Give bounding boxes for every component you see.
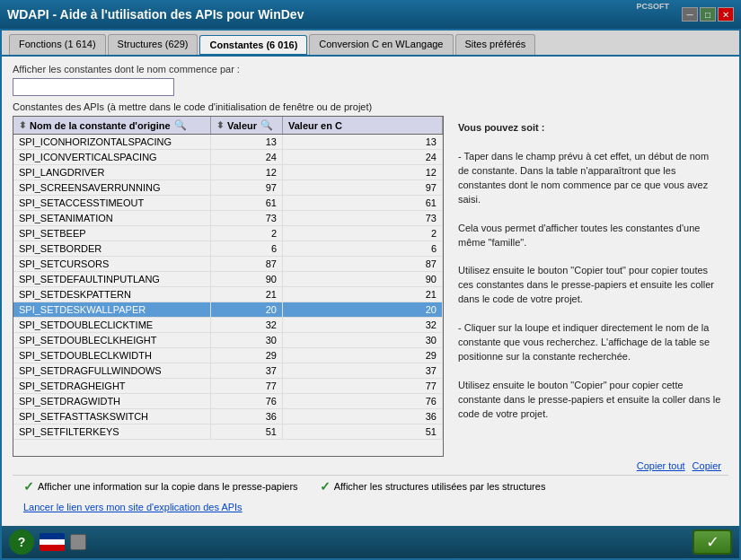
help-text-1: - Taper dans le champ prévu à cet effet,… (458, 151, 709, 205)
cell-value: 29 (211, 348, 283, 363)
flag-white (40, 539, 65, 546)
table-row[interactable]: SPI_SETDEFAULTINPUTLANG 90 90 (13, 272, 443, 287)
cell-value: 21 (211, 287, 283, 302)
cell-value: 20 (211, 302, 283, 317)
table-scroll[interactable]: SPI_ICONHORIZONTALSPACING 13 13 SPI_ICON… (13, 135, 443, 456)
cell-valuec: 77 (283, 379, 443, 393)
cell-name: SPI_SETDRAGWIDTH (13, 394, 211, 408)
cell-name: SPI_SETDOUBLECLKWIDTH (13, 348, 211, 363)
table-row[interactable]: SPI_SETBEEP 2 2 (13, 226, 443, 241)
table-row[interactable]: SPI_SETDOUBLECLICKTIME 32 32 (13, 318, 443, 333)
cell-value: 24 (211, 150, 283, 164)
checkbox-1-check[interactable]: ✓ (23, 479, 34, 494)
tab-structures[interactable]: Structures (629) (108, 34, 198, 55)
main-window: Fonctions (1 614) Structures (629) Const… (0, 29, 741, 560)
table-row[interactable]: SPI_SETDESKPATTERN 21 21 (13, 287, 443, 302)
constants-table: ⬍ Nom de la constante d'origine 🔍 ⬍ Vale… (13, 116, 444, 457)
ok-button[interactable]: ✓ (692, 529, 732, 555)
help-text-4: - Cliquer sur la loupe et indiquer direc… (458, 322, 710, 362)
cell-valuec: 87 (283, 257, 443, 271)
checkbox-2-check[interactable]: ✓ (320, 479, 331, 494)
site-link[interactable]: Lancer le lien vers mon site d'explicati… (23, 502, 243, 512)
cell-valuec: 73 (283, 211, 443, 225)
sort-icon-name[interactable]: ⬍ (19, 120, 26, 130)
cell-name: SPI_SETFILTERKEYS (13, 424, 211, 439)
table-row[interactable]: SPI_ICONVERTICALSPACING 24 24 (13, 150, 443, 165)
tab-bar: Fonctions (1 614) Structures (629) Const… (2, 31, 739, 57)
table-row[interactable]: SPI_SETDRAGWIDTH 76 76 (13, 394, 443, 409)
cell-value: 30 (211, 333, 283, 347)
title-bar-controls: ─ □ ✕ (682, 7, 734, 22)
cell-name: SPI_SETDEFAULTINPUTLANG (13, 272, 211, 286)
checkbox-item-2: ✓ Afficher les structures utilisées par … (320, 479, 546, 494)
cell-name: SPI_SETDRAGFULLWINDOWS (13, 363, 211, 378)
sort-icon-value[interactable]: ⬍ (216, 120, 224, 130)
help-panel: Vous pouvez soit : - Taper dans le champ… (451, 116, 728, 457)
cell-value: 37 (211, 363, 283, 378)
table-row[interactable]: SPI_SETCURSORS 87 87 (13, 257, 443, 272)
cell-name: SPI_SETDESKWALLPAPER (13, 302, 211, 317)
help-text-3: Utilisez ensuite le bouton "Copier tout"… (458, 265, 714, 304)
search-label: Afficher les constantes dont le nom comm… (13, 64, 728, 74)
maximize-button[interactable]: □ (700, 7, 716, 22)
cell-name: SPI_SETDRAGHEIGHT (13, 379, 211, 393)
cell-value: 2 (211, 226, 283, 241)
help-button[interactable]: ? (9, 529, 34, 555)
bottom-bar: ? ✓ (2, 526, 739, 558)
tab-sites[interactable]: Sites préférés (455, 34, 536, 55)
search-icon-value[interactable]: 🔍 (260, 119, 273, 131)
tab-conversion[interactable]: Conversion C en WLangage (309, 34, 453, 55)
tab-fonctions[interactable]: Fonctions (1 614) (9, 34, 106, 55)
table-row[interactable]: SPI_SETFILTERKEYS 51 51 (13, 424, 443, 440)
copy-all-button[interactable]: Copier tout (637, 460, 685, 471)
table-row[interactable]: SPI_SETBORDER 6 6 (13, 241, 443, 257)
help-text-5: Utilisez ensuite le bouton "Copier" pour… (458, 380, 720, 419)
table-row[interactable]: SPI_SETACCESSTIMEOUT 61 61 (13, 196, 443, 211)
cell-valuec: 21 (283, 287, 443, 302)
ok-check-icon: ✓ (706, 534, 719, 550)
help-text-2: Cela vous permet d'afficher toutes les c… (458, 223, 700, 248)
table-row[interactable]: SPI_SETDRAGHEIGHT 77 77 (13, 379, 443, 394)
cell-name: SPI_SETBORDER (13, 241, 211, 256)
col-header-name: ⬍ Nom de la constante d'origine 🔍 (13, 117, 211, 134)
cell-value: 36 (211, 409, 283, 424)
table-row[interactable]: SPI_ICONHORIZONTALSPACING 13 13 (13, 135, 443, 150)
table-row[interactable]: SPI_LANGDRIVER 12 12 (13, 165, 443, 180)
help-title: Vous pouvez soit : (458, 122, 544, 133)
cell-value: 76 (211, 394, 283, 408)
table-row[interactable]: SPI_SETDOUBLECLKWIDTH 29 29 (13, 348, 443, 363)
content-area: Afficher les constantes dont le nom comm… (2, 57, 739, 524)
table-row[interactable]: SPI_SCREENSAVERRUNNING 97 97 (13, 180, 443, 196)
cell-valuec: 29 (283, 348, 443, 363)
search-input[interactable] (13, 78, 174, 96)
table-row[interactable]: SPI_SETDOUBLECLKHEIGHT 30 30 (13, 333, 443, 348)
checkbox-1-label: Afficher une information sur la copie da… (38, 481, 298, 492)
flag-blue (40, 533, 65, 539)
flag-red (40, 545, 65, 551)
cell-name: SPI_SCREENSAVERRUNNING (13, 180, 211, 195)
table-row[interactable]: SPI_SETDESKWALLPAPER 20 20 (13, 302, 443, 318)
table-row[interactable]: SPI_SETDRAGFULLWINDOWS 37 37 (13, 363, 443, 379)
table-row[interactable]: SPI_SETFASTTASKSWITCH 36 36 (13, 409, 443, 424)
cell-value: 97 (211, 180, 283, 195)
close-button[interactable]: ✕ (718, 7, 734, 22)
cell-name: SPI_ICONHORIZONTALSPACING (13, 135, 211, 149)
section-label: Constantes des APIs (à mettre dans le co… (13, 101, 728, 112)
checkbox-item-1: ✓ Afficher une information sur la copie … (23, 479, 298, 494)
cell-valuec: 90 (283, 272, 443, 286)
extra-button[interactable] (70, 534, 86, 550)
logo-text: PCSOFT (636, 2, 669, 11)
cell-name: SPI_SETFASTTASKSWITCH (13, 409, 211, 424)
cell-valuec: 36 (283, 409, 443, 424)
cell-name: SPI_SETDOUBLECLICKTIME (13, 318, 211, 332)
search-icon-name[interactable]: 🔍 (174, 119, 187, 131)
copy-button[interactable]: Copier (692, 460, 721, 471)
cell-name: SPI_SETCURSORS (13, 257, 211, 271)
cell-value: 6 (211, 241, 283, 256)
tab-constantes[interactable]: Constantes (6 016) (199, 35, 307, 56)
col-name-label: Nom de la constante d'origine (30, 120, 171, 131)
table-row[interactable]: SPI_SETANIMATION 73 73 (13, 211, 443, 226)
cell-valuec: 30 (283, 333, 443, 347)
minimize-button[interactable]: ─ (682, 7, 698, 22)
cell-valuec: 24 (283, 150, 443, 164)
